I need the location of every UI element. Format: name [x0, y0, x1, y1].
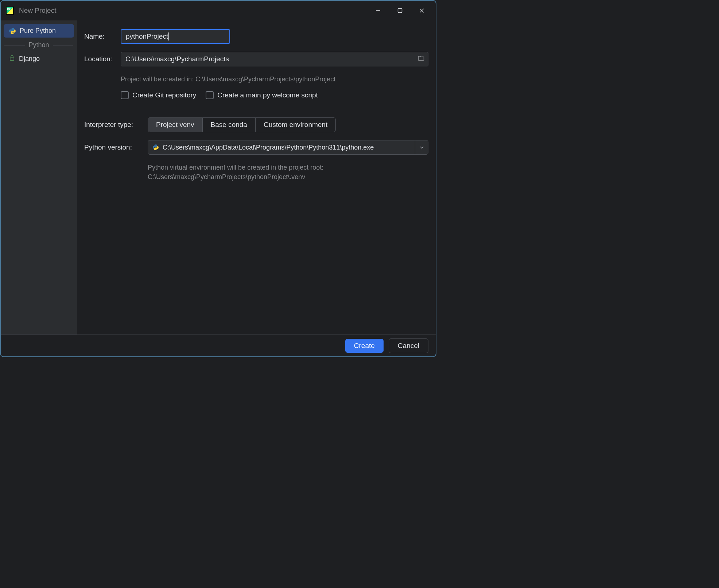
- sidebar-item-pure-python[interactable]: Pure Python: [4, 24, 74, 38]
- svg-rect-4: [10, 58, 14, 61]
- sidebar-section-python: Python: [4, 41, 74, 49]
- cancel-button[interactable]: Cancel: [389, 339, 428, 353]
- location-input[interactable]: [121, 52, 428, 66]
- sidebar: Pure Python Python Django: [1, 20, 77, 334]
- chevron-down-icon[interactable]: [415, 140, 428, 154]
- name-label: Name:: [84, 32, 121, 40]
- checkbox-box: [121, 91, 129, 99]
- close-button[interactable]: [417, 6, 426, 15]
- pycharm-icon: PC: [6, 7, 14, 15]
- segmented-base-conda[interactable]: Base conda: [202, 118, 255, 132]
- footer: Create Cancel: [1, 334, 436, 356]
- mainpy-checkbox[interactable]: Create a main.py welcome script: [206, 91, 318, 99]
- name-row: Name: pythonProject: [84, 29, 428, 44]
- venv-hint-line1: Python virtual environment will be creat…: [148, 163, 428, 172]
- python-icon: [152, 144, 159, 151]
- window-controls: [374, 6, 431, 15]
- titlebar: PC New Project: [1, 1, 436, 20]
- checkbox-box: [206, 91, 214, 99]
- git-checkbox[interactable]: Create Git repository: [121, 91, 196, 99]
- sidebar-item-django[interactable]: Django: [4, 52, 74, 66]
- interpreter-row: Interpreter type: Project venv Base cond…: [84, 117, 428, 132]
- name-input-value: pythonProject: [126, 32, 168, 40]
- create-button[interactable]: Create: [345, 339, 384, 353]
- python-version-value: C:\Users\maxcg\AppData\Local\Programs\Py…: [148, 144, 415, 151]
- lock-icon: [9, 55, 15, 63]
- main-panel: Name: pythonProject Location: Project wi…: [77, 20, 436, 334]
- minimize-button[interactable]: [374, 6, 382, 15]
- name-input[interactable]: pythonProject: [121, 29, 230, 44]
- git-checkbox-label: Create Git repository: [132, 91, 196, 99]
- python-version-select[interactable]: C:\Users\maxcg\AppData\Local\Programs\Py…: [148, 140, 428, 155]
- location-row: Location:: [84, 52, 428, 66]
- browse-folder-icon[interactable]: [417, 55, 425, 63]
- content-area: Pure Python Python Django Name: pythonPr…: [1, 20, 436, 334]
- sidebar-item-label: Pure Python: [20, 27, 56, 35]
- python-icon: [9, 27, 16, 35]
- segmented-custom-env[interactable]: Custom environment: [255, 118, 335, 132]
- python-version-path: C:\Users\maxcg\AppData\Local\Programs\Py…: [163, 144, 374, 151]
- window-title: New Project: [19, 7, 56, 15]
- mainpy-checkbox-label: Create a main.py welcome script: [217, 91, 318, 99]
- location-label: Location:: [84, 55, 121, 63]
- python-version-label: Python version:: [84, 143, 148, 151]
- python-version-row: Python version: C:\Users\maxcg\AppData\L…: [84, 140, 428, 155]
- svg-rect-1: [398, 9, 402, 13]
- maximize-button[interactable]: [396, 6, 404, 15]
- venv-hint-line2: C:\Users\maxcg\PycharmProjects\pythonPro…: [148, 172, 428, 182]
- interpreter-segmented: Project venv Base conda Custom environme…: [148, 117, 336, 132]
- sidebar-item-label: Django: [19, 55, 40, 63]
- segmented-project-venv[interactable]: Project venv: [148, 118, 202, 132]
- interpreter-label: Interpreter type:: [84, 121, 148, 129]
- text-caret: [168, 32, 169, 40]
- location-hint: Project will be created in: C:\Users\max…: [121, 74, 428, 84]
- venv-hint: Python virtual environment will be creat…: [148, 163, 428, 182]
- checkbox-row: Create Git repository Create a main.py w…: [121, 91, 428, 99]
